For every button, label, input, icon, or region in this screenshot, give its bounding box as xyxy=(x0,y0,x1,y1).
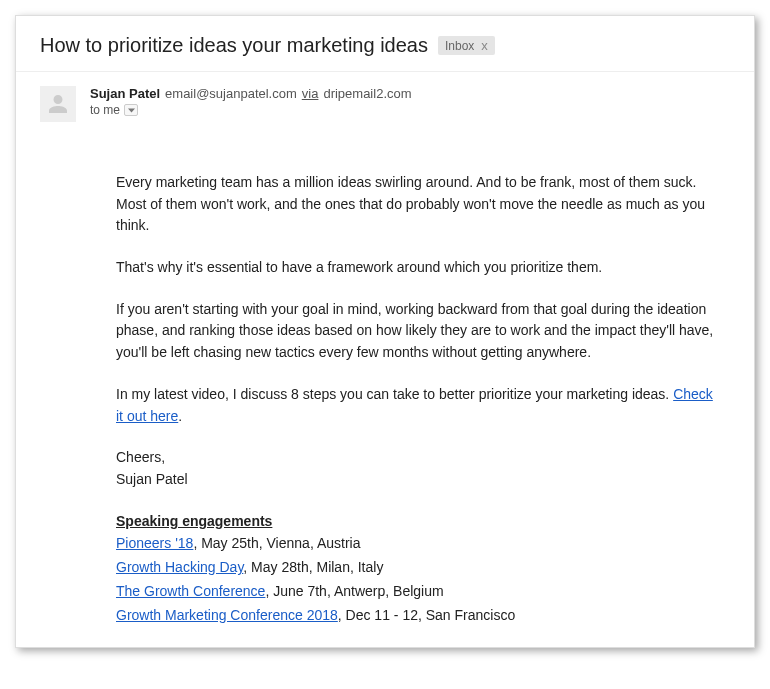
speaking-detail: , June 7th, Antwerp, Belgium xyxy=(265,583,443,599)
body-text: . xyxy=(178,408,182,424)
speaking-detail: , May 25th, Vienna, Austria xyxy=(193,535,360,551)
email-subject: How to prioritize ideas your marketing i… xyxy=(40,34,428,57)
speaking-link[interactable]: Growth Marketing Conference 2018 xyxy=(116,607,338,623)
speaking-link[interactable]: Growth Hacking Day xyxy=(116,559,243,575)
recipient-line: to me xyxy=(90,103,734,117)
recipient-text: to me xyxy=(90,103,120,117)
speaking-heading: Speaking engagements xyxy=(116,513,272,529)
email-container: How to prioritize ideas your marketing i… xyxy=(15,15,755,648)
body-paragraph: In my latest video, I discuss 8 steps yo… xyxy=(116,384,714,427)
speaking-item: The Growth Conference, June 7th, Antwerp… xyxy=(116,583,444,599)
sender-line: Sujan Patel email@sujanpatel.com via dri… xyxy=(90,86,734,101)
chevron-down-icon xyxy=(128,108,135,113)
email-header: Sujan Patel email@sujanpatel.com via dri… xyxy=(16,72,754,128)
body-paragraph: Every marketing team has a million ideas… xyxy=(116,172,714,237)
speaking-item: Growth Hacking Day, May 28th, Milan, Ita… xyxy=(116,559,383,575)
speaking-detail: , Dec 11 - 12, San Francisco xyxy=(338,607,515,623)
body-paragraph: That's why it's essential to have a fram… xyxy=(116,257,714,279)
avatar[interactable] xyxy=(40,86,76,122)
sender-name[interactable]: Sujan Patel xyxy=(90,86,160,101)
person-icon xyxy=(47,93,69,115)
sender-email: email@sujanpatel.com xyxy=(165,86,297,101)
body-text: In my latest video, I discuss 8 steps yo… xyxy=(116,386,673,402)
speaking-detail: , May 28th, Milan, Italy xyxy=(243,559,383,575)
speaking-engagements: Speaking engagements Pioneers '18, May 2… xyxy=(116,511,714,628)
signature-cheers: Cheers, xyxy=(116,449,165,465)
subject-row: How to prioritize ideas your marketing i… xyxy=(16,16,754,72)
via-domain: dripemail2.com xyxy=(323,86,411,101)
inbox-label-text: Inbox xyxy=(445,39,474,53)
speaking-item: Growth Marketing Conference 2018, Dec 11… xyxy=(116,607,515,623)
via-word: via xyxy=(302,86,319,101)
inbox-label[interactable]: Inbox x xyxy=(438,36,495,55)
close-icon[interactable]: x xyxy=(478,38,491,53)
speaking-link[interactable]: Pioneers '18 xyxy=(116,535,193,551)
show-details-button[interactable] xyxy=(124,104,138,116)
sender-block: Sujan Patel email@sujanpatel.com via dri… xyxy=(90,86,734,122)
speaking-item: Pioneers '18, May 25th, Vienna, Austria xyxy=(116,535,360,551)
signature-name: Sujan Patel xyxy=(116,471,188,487)
signature-block: Cheers, Sujan Patel xyxy=(116,447,714,490)
email-body: Every marketing team has a million ideas… xyxy=(16,128,754,627)
speaking-link[interactable]: The Growth Conference xyxy=(116,583,265,599)
body-paragraph: If you aren't starting with your goal in… xyxy=(116,299,714,364)
